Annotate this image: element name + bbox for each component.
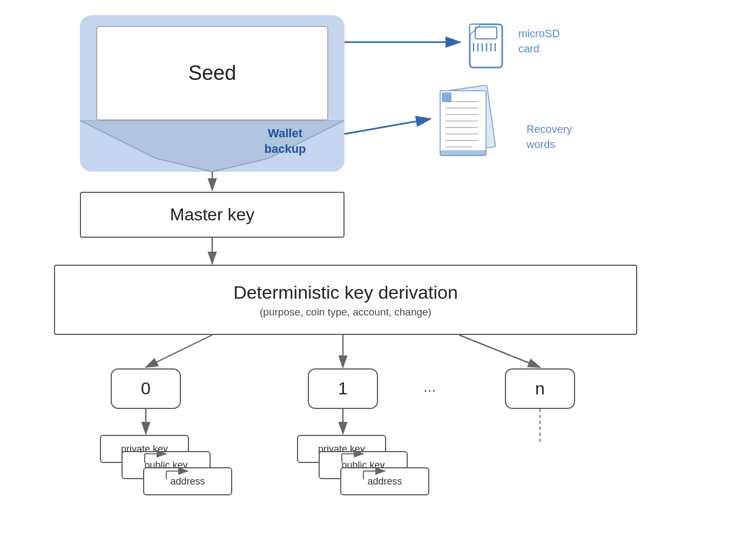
deterministic-box: Deterministic key derivation (purpose, c… [54,265,637,335]
diagram-container: Seed Walletbackup Master key Determinist… [0,0,756,551]
svg-line-29 [146,335,212,367]
master-key-box: Master key [80,192,345,238]
det-title: Deterministic key derivation [233,282,458,303]
svg-rect-21 [440,150,486,156]
seed-outer-box: Seed Walletbackup [80,15,345,172]
wallet-backup-label: Walletbackup [247,126,323,157]
recovery-paper-icon [432,80,502,172]
key-index-1-label: 1 [338,379,348,399]
master-key-label: Master key [170,205,254,225]
key-index-n: n [505,368,575,409]
svg-line-26 [345,119,430,134]
det-subtitle: (purpose, coin type, account, change) [260,306,431,318]
key-index-0: 0 [111,368,181,409]
key-index-1: 1 [308,368,378,409]
svg-rect-20 [442,92,451,102]
recovery-label: Recoverywords [526,122,572,152]
microsd-icon [462,14,510,73]
microsd-label: microSDcard [518,26,560,56]
address-0-label: address [170,476,205,487]
seed-label: Seed [188,62,237,85]
key-index-0-label: 0 [141,379,151,399]
address-1: address [340,467,429,495]
svg-rect-9 [475,27,497,39]
key-index-n-label: n [535,379,545,399]
address-1-label: address [367,476,402,487]
address-0: address [143,467,232,495]
svg-line-31 [459,335,540,367]
dots-separator: ... [423,378,436,395]
seed-inner-box: Seed [96,26,328,120]
